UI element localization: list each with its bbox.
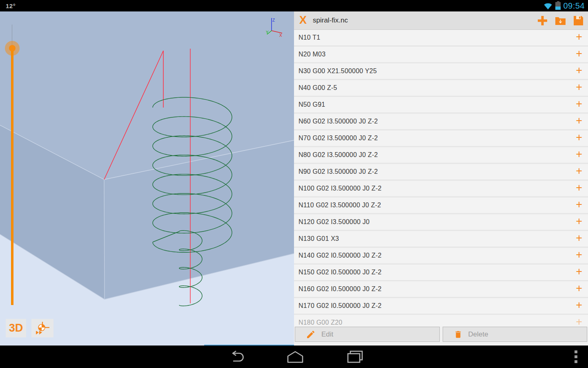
edit-line-button[interactable]: Edit bbox=[295, 327, 440, 342]
add-line-after-icon[interactable]: + bbox=[576, 166, 582, 177]
gcode-row[interactable]: N90 G02 I3.500000 J0 Z-2+ bbox=[294, 164, 588, 181]
axis-label-y: Y bbox=[266, 30, 269, 35]
back-button-icon[interactable] bbox=[228, 350, 245, 364]
gcode-line-text: N120 G02 I3.500000 J0 bbox=[298, 218, 370, 226]
gcode-list[interactable]: N10 T1+N20 M03+N30 G00 X21.500000 Y25+N4… bbox=[294, 30, 588, 346]
gcode-row[interactable]: N80 G02 I3.500000 J0 Z-2+ bbox=[294, 147, 588, 164]
add-line-after-icon[interactable]: + bbox=[576, 65, 582, 76]
add-line-after-icon[interactable]: + bbox=[576, 149, 582, 160]
gcode-row[interactable]: N60 G02 I3.500000 J0 Z-2+ bbox=[294, 114, 588, 130]
toolpath-scene: Z X Y bbox=[0, 11, 294, 346]
gcode-row[interactable]: N130 G01 X3+ bbox=[294, 231, 588, 248]
gcode-line-text: N10 T1 bbox=[298, 34, 320, 41]
delete-line-button[interactable]: Delete bbox=[443, 327, 588, 342]
3d-viewport[interactable]: Z X Y 3D bbox=[0, 11, 294, 346]
status-icons: 09:54 bbox=[543, 0, 585, 11]
gcode-line-text: N100 G02 I3.500000 J0 Z-2 bbox=[298, 185, 381, 192]
set-origin-button[interactable] bbox=[31, 319, 53, 337]
clock: 09:54 bbox=[563, 1, 585, 11]
gcode-row[interactable]: N100 G02 I3.500000 J0 Z-2+ bbox=[294, 181, 588, 197]
add-line-after-icon[interactable]: + bbox=[576, 48, 582, 59]
gcode-row[interactable]: N70 G02 I3.500000 J0 Z-2+ bbox=[294, 130, 588, 147]
gcode-row[interactable]: N20 M03+ bbox=[294, 47, 588, 63]
gcode-editor-panel: X spiral-fix.nc bbox=[294, 11, 588, 346]
battery-icon bbox=[555, 2, 561, 10]
main-area: Z X Y 3D bbox=[0, 11, 588, 346]
gcode-row[interactable]: N50 G91+ bbox=[294, 97, 588, 114]
save-file-icon[interactable] bbox=[573, 16, 584, 26]
view-mode-3d-button[interactable]: 3D bbox=[6, 319, 26, 337]
gcode-line-text: N140 G02 I0.500000 J0 Z-2 bbox=[298, 252, 381, 259]
add-line-after-icon[interactable]: + bbox=[576, 132, 582, 143]
add-line-after-icon[interactable]: + bbox=[576, 216, 582, 227]
gcode-line-text: N60 G02 I3.500000 J0 Z-2 bbox=[298, 118, 378, 125]
editor-action-bar: Edit Delete bbox=[294, 326, 588, 346]
gcode-row[interactable]: N170 G02 I0.500000 J0 Z-2+ bbox=[294, 298, 588, 315]
add-line-after-icon[interactable]: + bbox=[576, 82, 582, 93]
editor-header: X spiral-fix.nc bbox=[294, 11, 588, 30]
wifi-icon bbox=[543, 2, 553, 10]
gcode-line-text: N30 G00 X21.500000 Y25 bbox=[298, 67, 377, 75]
new-file-icon[interactable] bbox=[537, 16, 548, 26]
gcode-line-text: N90 G02 I3.500000 J0 Z-2 bbox=[298, 168, 378, 175]
add-line-after-icon[interactable]: + bbox=[576, 99, 582, 110]
gcode-line-text: N130 G01 X3 bbox=[298, 235, 339, 242]
gcode-line-text: N150 G02 I0.500000 J0 Z-2 bbox=[298, 269, 381, 276]
gcode-row[interactable]: N150 G02 I0.500000 J0 Z-2+ bbox=[294, 265, 588, 281]
gcode-row[interactable]: N10 T1+ bbox=[294, 30, 588, 47]
axis-label-z: Z bbox=[272, 18, 275, 22]
status-bar: 12° 09:54 bbox=[0, 0, 588, 11]
open-filename: spiral-fix.nc bbox=[313, 16, 348, 25]
edit-line-label: Edit bbox=[321, 330, 333, 339]
temperature-label: 12° bbox=[6, 2, 16, 9]
sim-slider-progress[interactable] bbox=[11, 51, 13, 305]
gcode-row[interactable]: N140 G02 I0.500000 J0 Z-2+ bbox=[294, 248, 588, 265]
add-line-after-icon[interactable]: + bbox=[576, 199, 582, 210]
gcode-line-text: N20 M03 bbox=[298, 51, 325, 58]
open-file-icon[interactable] bbox=[555, 16, 566, 26]
add-line-after-icon[interactable]: + bbox=[576, 283, 582, 294]
recents-button-icon[interactable] bbox=[347, 350, 363, 364]
add-line-after-icon[interactable]: + bbox=[576, 31, 582, 43]
home-button-icon[interactable] bbox=[287, 351, 304, 363]
origin-probe-icon bbox=[35, 321, 50, 336]
gcode-row[interactable]: N160 G02 I0.500000 J0 Z-2+ bbox=[294, 281, 588, 298]
gcode-line-text: N160 G02 I0.500000 J0 Z-2 bbox=[298, 285, 381, 293]
add-line-after-icon[interactable]: + bbox=[576, 266, 582, 277]
gcode-line-text: N40 G00 Z-5 bbox=[298, 84, 337, 92]
gcode-row[interactable]: N110 G02 I3.500000 J0 Z-2+ bbox=[294, 197, 588, 214]
add-line-after-icon[interactable]: + bbox=[576, 300, 582, 311]
delete-line-label: Delete bbox=[468, 330, 488, 339]
gcode-line-text: N70 G02 I3.500000 J0 Z-2 bbox=[298, 135, 378, 142]
menu-overflow-icon[interactable] bbox=[574, 350, 578, 364]
gcode-line-text: N50 G91 bbox=[298, 101, 325, 108]
gcode-row[interactable]: N40 G00 Z-5+ bbox=[294, 80, 588, 97]
add-line-after-icon[interactable]: + bbox=[576, 115, 582, 126]
add-line-after-icon[interactable]: + bbox=[576, 249, 582, 260]
android-nav-bar bbox=[0, 346, 588, 368]
view-mode-3d-label: 3D bbox=[9, 322, 23, 334]
gcode-line-text: N80 G02 I3.500000 J0 Z-2 bbox=[298, 151, 378, 159]
screen: 12° 09:54 bbox=[0, 0, 588, 368]
gcode-line-text: N110 G02 I3.500000 J0 Z-2 bbox=[298, 202, 381, 209]
gcode-row[interactable]: N120 G02 I3.500000 J0+ bbox=[294, 214, 588, 231]
gcode-row[interactable]: N30 G00 X21.500000 Y25+ bbox=[294, 63, 588, 80]
app-logo: X bbox=[299, 14, 307, 27]
gcode-line-text: N170 G02 I0.500000 J0 Z-2 bbox=[298, 302, 381, 310]
axis-label-x: X bbox=[279, 33, 282, 38]
gcode-line-text: N180 G00 Z20 bbox=[298, 319, 342, 326]
add-line-after-icon[interactable]: + bbox=[576, 182, 582, 193]
pencil-icon bbox=[306, 330, 316, 339]
trash-icon bbox=[454, 330, 463, 339]
editor-toolbar bbox=[537, 11, 584, 30]
add-line-after-icon[interactable]: + bbox=[576, 233, 582, 244]
